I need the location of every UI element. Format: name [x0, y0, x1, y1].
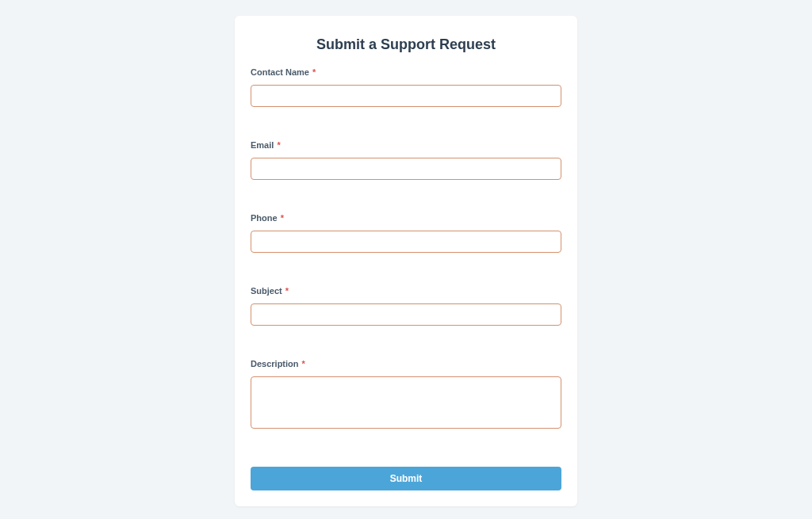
phone-label: Phone * — [251, 213, 561, 223]
required-icon: * — [281, 213, 284, 223]
field-phone: Phone * — [251, 213, 561, 253]
contact-name-input[interactable] — [251, 85, 561, 107]
phone-input[interactable] — [251, 231, 561, 253]
description-input[interactable] — [251, 376, 561, 429]
label-text: Phone — [251, 213, 278, 223]
field-description: Description * — [251, 359, 561, 432]
subject-label: Subject * — [251, 286, 561, 296]
field-contact-name: Contact Name * — [251, 67, 561, 107]
email-label: Email * — [251, 140, 561, 150]
required-icon: * — [302, 359, 305, 368]
form-title: Submit a Support Request — [251, 36, 561, 53]
subject-input[interactable] — [251, 303, 561, 326]
field-email: Email * — [251, 140, 561, 180]
description-label: Description * — [251, 359, 561, 368]
label-text: Subject — [251, 286, 282, 296]
email-input[interactable] — [251, 158, 561, 180]
support-request-form: Submit a Support Request Contact Name * … — [235, 16, 577, 506]
label-text: Description — [251, 359, 299, 368]
label-text: Contact Name — [251, 67, 309, 77]
submit-button[interactable]: Submit — [251, 467, 561, 490]
label-text: Email — [251, 140, 274, 150]
field-subject: Subject * — [251, 286, 561, 326]
contact-name-label: Contact Name * — [251, 67, 561, 77]
required-icon: * — [285, 286, 289, 296]
required-icon: * — [312, 67, 316, 77]
required-icon: * — [277, 140, 280, 150]
